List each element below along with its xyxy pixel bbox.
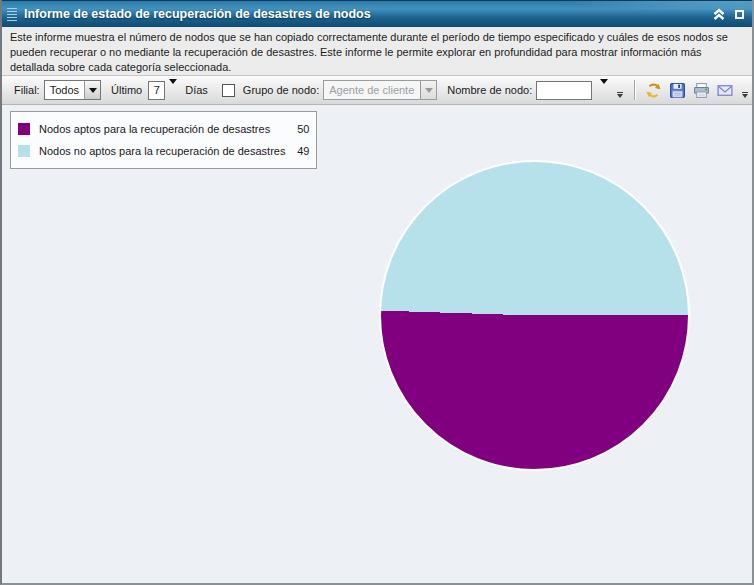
maximize-icon[interactable]: [735, 10, 744, 19]
page-title: Informe de estado de recuperación de des…: [24, 7, 371, 21]
legend-label: Nodos no aptos para la recuperación de d…: [39, 145, 285, 157]
report-panel: Informe de estado de recuperación de des…: [0, 0, 754, 585]
node-group-label: Grupo de nodo:: [243, 84, 319, 96]
legend-swatch-eligible: [18, 123, 30, 135]
window-controls: [712, 8, 744, 21]
node-name-dropdown-icon[interactable]: [600, 84, 608, 96]
titlebar: Informe de estado de recuperación de des…: [2, 0, 752, 27]
branch-select-value: Todos: [45, 81, 84, 99]
print-button[interactable]: [690, 79, 712, 101]
toolbar-overflow-icon[interactable]: [617, 92, 623, 98]
chart-area: Nodos aptos para la recuperación de desa…: [2, 105, 752, 583]
collapse-icon[interactable]: [712, 8, 726, 21]
branch-select-arrow-icon[interactable]: [84, 81, 100, 99]
filter-toolbar: Filial: Todos Último 7 Días Grupo de nod…: [2, 76, 752, 105]
email-button[interactable]: [714, 79, 736, 101]
legend-item-not-eligible: Nodos no aptos para la recuperación de d…: [18, 140, 309, 162]
days-value-box[interactable]: 7: [148, 81, 165, 100]
node-group-select-arrow-icon: [420, 81, 436, 99]
legend-value: 49: [293, 145, 309, 157]
days-label: Días: [185, 84, 208, 96]
chart-legend: Nodos aptos para la recuperación de desa…: [10, 111, 317, 169]
node-group-select: Agente de cliente: [323, 80, 437, 100]
email-icon: [716, 82, 734, 99]
node-name-input[interactable]: [536, 81, 592, 100]
legend-item-eligible: Nodos aptos para la recuperación de desa…: [18, 118, 309, 140]
node-group-checkbox[interactable]: [222, 84, 235, 97]
branch-select[interactable]: Todos: [44, 80, 101, 100]
branch-label: Filial:: [14, 84, 40, 96]
last-label: Último: [111, 84, 142, 96]
node-name-label: Nombre de nodo:: [447, 84, 532, 96]
drag-grip-icon[interactable]: [7, 8, 17, 21]
refresh-icon: [645, 82, 662, 99]
save-icon: [669, 82, 686, 99]
days-dropdown-icon[interactable]: [169, 84, 177, 96]
pie-chart[interactable]: [379, 160, 690, 471]
report-description: Este informe muestra el número de nodos …: [2, 27, 752, 76]
save-button[interactable]: [666, 79, 688, 101]
legend-label: Nodos aptos para la recuperación de desa…: [39, 123, 270, 135]
legend-value: 50: [293, 123, 309, 135]
actions-overflow-icon[interactable]: [742, 92, 748, 98]
refresh-button[interactable]: [642, 79, 664, 101]
toolbar-separator: [634, 80, 636, 100]
legend-swatch-not-eligible: [18, 145, 30, 157]
print-icon: [693, 82, 710, 99]
node-group-select-value: Agente de cliente: [324, 81, 420, 99]
action-icons: [627, 79, 748, 101]
